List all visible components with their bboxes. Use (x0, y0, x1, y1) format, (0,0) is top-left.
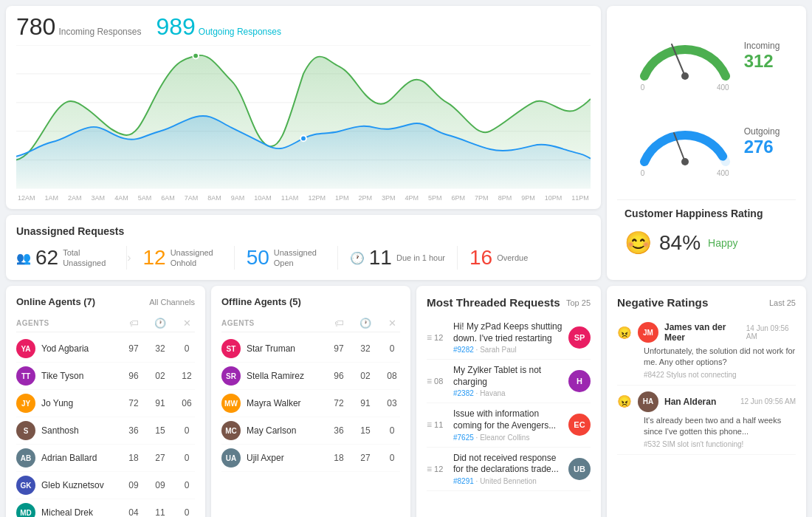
agent-row: UA Ujil Axper 18 27 0 (221, 445, 400, 472)
overdue-label: Overdue (497, 253, 528, 263)
agent-row: MC May Carlson 36 15 0 (221, 417, 400, 445)
agent-name: Star Truman (247, 343, 331, 354)
thread-item: ≡ 12 Did not received response for the d… (427, 448, 591, 491)
agent-stat3: 0 (179, 453, 195, 463)
agent-stat2: 27 (152, 453, 168, 463)
agent-name: Santhosh (41, 425, 125, 436)
thread-content: Hi! My zPad Keeps shutting down. I've tr… (453, 321, 562, 354)
agent-stat3: 06 (179, 398, 195, 408)
thread-ticket: #8291 (453, 477, 474, 485)
happiness-percent: 84% (659, 231, 701, 255)
neg-avatar: JM (638, 322, 658, 343)
tag-col2-icon: 🏷 (331, 318, 347, 329)
thread-title: Did not received response for the declar… (453, 453, 562, 476)
neg-ticket: #8422 Stylus not connecting (644, 371, 796, 379)
open-val: 50 (247, 246, 269, 270)
thread-count: ≡ 11 (427, 420, 447, 430)
userx-col-icon: ✕ (179, 318, 195, 329)
total-unassigned: 👥 62 Total Unassigned (16, 246, 127, 270)
thread-meta: #8291 · United Bennetion (453, 477, 562, 485)
negative-item: 😠 HA Han Alderan 12 Jun 09:56 AM It's al… (617, 386, 796, 455)
agent-name: Jo Yung (41, 398, 125, 408)
gauge-card: 0400 Incoming 312 (607, 6, 806, 280)
clock-col-icon: 🕐 (152, 318, 168, 329)
thread-ticket: #9282 (453, 346, 474, 354)
agent-stat2: 91 (357, 398, 374, 408)
thread-avatar: H (568, 370, 591, 392)
agent-name: Tike Tyson (41, 371, 125, 381)
agent-stat2: 91 (152, 398, 168, 408)
thread-content: Issue with information coming for the Av… (453, 408, 562, 441)
thread-content: Did not received response for the declar… (453, 453, 562, 485)
negative-list: 😠 JM James van der Meer 14 Jun 09:56 AM … (617, 316, 796, 455)
agent-stat2: 27 (357, 453, 374, 463)
thread-lines-icon: ≡ (427, 420, 432, 430)
agents-col-headers: AGENTS 🏷 🕐 ✕ (16, 315, 195, 332)
thread-lines-icon: ≡ (427, 464, 432, 474)
overdue-val: 16 (469, 246, 492, 270)
due-stat: 🕐 11 Due in 1 hour (338, 246, 458, 270)
agent-stat3: 0 (179, 480, 195, 490)
chart-card: 780 Incoming Responses 989 Outgoing Resp… (6, 6, 601, 209)
agent-stat1: 96 (125, 371, 142, 381)
agent-avatar: AB (16, 448, 35, 468)
people-icon: 👥 (16, 251, 31, 265)
agent-row: TT Tike Tyson 96 02 12 (16, 363, 195, 390)
agent-stat1: 72 (331, 398, 347, 408)
thread-meta: #7625 · Eleanor Collins (453, 434, 562, 442)
agent-row: AB Adrian Ballard 18 27 0 (16, 445, 195, 472)
neg-text: Unfortunately, the solution did not work… (644, 346, 796, 369)
agent-stat3: 03 (384, 398, 400, 408)
unassigned-title: Unassigned Requests (16, 225, 591, 237)
agent-name: Adrian Ballard (41, 453, 125, 463)
angry-icon: 😠 (617, 394, 632, 408)
agent-stat1: 18 (125, 453, 142, 463)
negative-card: Negative Ratings Last 25 😠 JM James van … (607, 286, 806, 517)
thread-meta: #2382 · Havana (453, 389, 562, 397)
agent-stat3: 0 (179, 343, 195, 354)
agent-name: Yod Agbaria (41, 343, 125, 354)
agent-stat2: 15 (357, 425, 374, 436)
agent-stat1: 36 (331, 425, 347, 436)
thread-avatar: EC (568, 414, 591, 436)
svg-point-8 (681, 72, 689, 80)
agent-stat1: 97 (331, 343, 347, 354)
threaded-card: Most Threaded Requests Top 25 ≡ 12 Hi! M… (416, 286, 601, 517)
agent-avatar: ST (221, 339, 241, 358)
agent-stat1: 09 (125, 480, 142, 490)
threaded-title: Most Threaded Requests (427, 296, 560, 309)
outgoing-gauge-value: 276 (744, 137, 780, 157)
bottom-row: Online Agents (7) All Channels AGENTS 🏷 … (6, 286, 806, 517)
negative-header: Negative Ratings Last 25 (617, 296, 796, 309)
clock-col2-icon: 🕐 (357, 318, 374, 329)
incoming-gauge: 0400 Incoming 312 (617, 21, 796, 92)
total-val: 62 (35, 246, 58, 270)
threaded-header: Most Threaded Requests Top 25 (427, 296, 591, 309)
happiness-rating: 😊 84% Happy (625, 230, 788, 256)
thread-count-val: 12 (434, 333, 443, 342)
neg-name: James van der Meer (664, 322, 740, 343)
thread-count: ≡ 08 (427, 376, 447, 386)
agent-name: Ujil Axper (247, 453, 331, 463)
neg-name: Han Alderan (664, 397, 716, 407)
agent-name: Stella Ramirez (247, 371, 331, 381)
happiness-section: Customer Happiness Rating 😊 84% Happy (617, 199, 796, 263)
threaded-badge: Top 25 (566, 298, 591, 307)
agent-avatar: S (16, 421, 35, 440)
thread-item: ≡ 08 My Zylker Tablet is not charging #2… (427, 360, 591, 403)
thread-count: ≡ 12 (427, 332, 447, 343)
agent-stat2: 09 (152, 480, 168, 490)
agent-row: MD Micheal Drek 04 11 0 (16, 499, 195, 517)
thread-title: Issue with information coming for the Av… (453, 408, 562, 431)
agent-stat3: 0 (179, 425, 195, 436)
agent-stat1: 96 (331, 371, 347, 381)
threaded-list: ≡ 12 Hi! My zPad Keeps shutting down. I'… (427, 316, 591, 491)
negative-user: 😠 HA Han Alderan 12 Jun 09:56 AM (617, 391, 796, 412)
agent-row: ST Star Truman 97 32 0 (221, 335, 400, 363)
chart-header: 780 Incoming Responses 989 Outgoing Resp… (16, 13, 591, 41)
neg-avatar: HA (638, 391, 658, 412)
outgoing-gauge: 0400 Outgoing 276 (617, 106, 796, 177)
thread-item: ≡ 12 Hi! My zPad Keeps shutting down. I'… (427, 316, 591, 360)
channel-label: All Channels (149, 298, 195, 307)
thread-count-val: 12 (434, 465, 443, 473)
